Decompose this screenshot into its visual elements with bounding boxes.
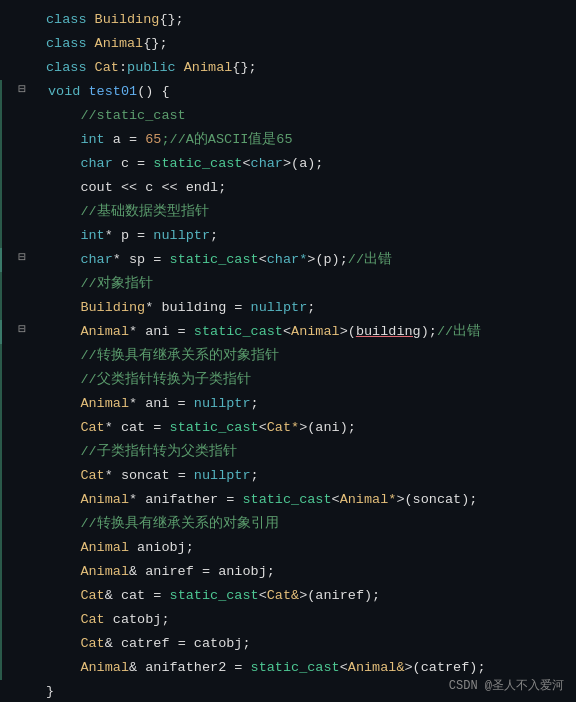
line-gutter: ⊟ xyxy=(2,81,30,97)
code-token: Cat* xyxy=(267,420,299,435)
code-token: * ani = xyxy=(129,396,194,411)
code-line: char c = static_cast<char>(a); xyxy=(0,152,576,176)
line-content: Animal& anifather2 = static_cast<Animal&… xyxy=(44,657,576,679)
code-token: Animal xyxy=(291,324,340,339)
code-token: c xyxy=(145,180,161,195)
line-content: //转换具有继承关系的对象指针 xyxy=(44,345,576,367)
code-token: catobj; xyxy=(105,612,170,627)
code-line: ⊟ Animal* ani = static_cast<Animal>(buil… xyxy=(0,320,576,344)
code-token: Animal xyxy=(80,396,129,411)
line-content: //static_cast xyxy=(44,105,576,127)
line-content: int* p = nullptr; xyxy=(44,225,576,247)
code-token: Building xyxy=(80,300,145,315)
code-line: //对象指针 xyxy=(0,272,576,296)
line-content: void test01() { xyxy=(44,81,576,103)
code-token: nullptr xyxy=(153,228,210,243)
line-content: int a = 65;//A的ASCII值是65 xyxy=(44,129,576,151)
code-token: aniobj; xyxy=(129,540,194,555)
code-token: Building xyxy=(95,12,160,27)
line-content: Animal* anifather = static_cast<Animal*>… xyxy=(44,489,576,511)
code-token xyxy=(48,540,80,555)
code-token: //对象指针 xyxy=(48,276,153,291)
code-token: < xyxy=(259,420,267,435)
code-token: * building = xyxy=(145,300,250,315)
code-token: void xyxy=(48,84,89,99)
code-token: Animal* xyxy=(340,492,397,507)
code-token: static_cast xyxy=(194,324,283,339)
code-line: ⊟void test01() { xyxy=(0,80,576,104)
code-token: ;//A的ASCII值是65 xyxy=(161,132,292,147)
code-token: & aniref = aniobj; xyxy=(129,564,275,579)
code-token: static_cast xyxy=(153,156,242,171)
code-token: ; xyxy=(210,228,218,243)
line-content: //子类指针转为父类指针 xyxy=(44,441,576,463)
code-line: Animal* anifather = static_cast<Animal*>… xyxy=(0,488,576,512)
code-token: Animal xyxy=(80,492,129,507)
code-token: a = xyxy=(105,132,146,147)
code-token: char* xyxy=(267,252,308,267)
code-line: Cat& cat = static_cast<Cat&>(aniref); xyxy=(0,584,576,608)
code-token: static_cast xyxy=(170,588,259,603)
line-content: //基础数据类型指针 xyxy=(44,201,576,223)
code-line: //子类指针转为父类指针 xyxy=(0,440,576,464)
code-line: class Animal{}; xyxy=(0,32,576,56)
code-token: Cat xyxy=(80,420,104,435)
code-token: < xyxy=(283,324,291,339)
code-token: char xyxy=(80,156,112,171)
code-token: 65 xyxy=(145,132,161,147)
code-token: & catref = catobj; xyxy=(105,636,251,651)
code-token: ); xyxy=(421,324,437,339)
code-token: Cat xyxy=(80,636,104,651)
code-editor: class Building{};class Animal{};class Ca… xyxy=(0,0,576,702)
line-content: char* sp = static_cast<char*>(p);//出错 xyxy=(44,249,576,271)
code-token: Animal xyxy=(95,36,144,51)
code-line: int* p = nullptr; xyxy=(0,224,576,248)
code-token: static_cast xyxy=(170,252,259,267)
code-token: Cat xyxy=(80,612,104,627)
code-line: class Cat:public Animal{}; xyxy=(0,56,576,80)
code-token: //出错 xyxy=(437,324,481,339)
code-line: //转换具有继承关系的对象指针 xyxy=(0,344,576,368)
code-token: << xyxy=(161,180,185,195)
code-line: cout << c << endl; xyxy=(0,176,576,200)
code-token: Animal xyxy=(80,564,129,579)
line-content: class Animal{}; xyxy=(42,33,576,55)
code-token: ; xyxy=(251,396,259,411)
code-token: //子类指针转为父类指针 xyxy=(48,444,237,459)
code-token xyxy=(48,612,80,627)
watermark: CSDN @圣人不入爱河 xyxy=(449,677,564,694)
code-token: //转换具有继承关系的对象指针 xyxy=(48,348,279,363)
code-token: Animal& xyxy=(348,660,405,675)
line-content: Animal* ani = nullptr; xyxy=(44,393,576,415)
code-token: * cat = xyxy=(105,420,170,435)
code-token: public xyxy=(127,60,184,75)
line-content: Animal aniobj; xyxy=(44,537,576,559)
code-token: static_cast xyxy=(242,492,331,507)
code-line: Cat* soncat = nullptr; xyxy=(0,464,576,488)
code-line: Animal* ani = nullptr; xyxy=(0,392,576,416)
line-content: Animal& aniref = aniobj; xyxy=(44,561,576,583)
code-token: //父类指针转换为子类指针 xyxy=(48,372,251,387)
code-token: >(soncat); xyxy=(396,492,477,507)
code-token: //static_cast xyxy=(48,108,186,123)
code-token: int xyxy=(80,132,104,147)
code-token xyxy=(48,252,80,267)
code-token xyxy=(48,396,80,411)
line-content: char c = static_cast<char>(a); xyxy=(44,153,576,175)
code-token: < xyxy=(340,660,348,675)
line-content: //对象指针 xyxy=(44,273,576,295)
code-token: >(aniref); xyxy=(299,588,380,603)
code-token: ; xyxy=(307,300,315,315)
code-token: Animal xyxy=(80,540,129,555)
code-token: * p = xyxy=(105,228,154,243)
code-token xyxy=(48,588,80,603)
code-token: >( xyxy=(340,324,356,339)
code-token: {}; xyxy=(232,60,256,75)
code-token: Cat xyxy=(80,468,104,483)
line-content: Building* building = nullptr; xyxy=(44,297,576,319)
code-token: << xyxy=(121,180,145,195)
code-token: test01 xyxy=(89,84,138,99)
code-token: static_cast xyxy=(170,420,259,435)
code-token xyxy=(48,300,80,315)
line-content: //父类指针转换为子类指针 xyxy=(44,369,576,391)
